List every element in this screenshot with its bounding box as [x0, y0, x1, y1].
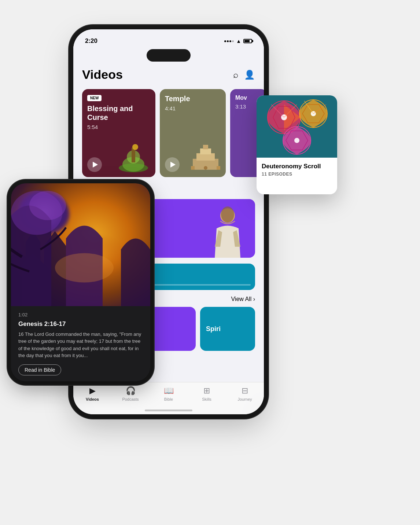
battery-icon	[243, 39, 252, 43]
svg-point-13	[221, 206, 234, 223]
skills-tab-icon: ⊞	[203, 386, 210, 396]
verse-reference: Genesis 2:16-17	[18, 320, 143, 328]
card1-artwork	[115, 137, 152, 173]
deuteronomy-artwork	[260, 97, 334, 156]
character-figure	[211, 206, 244, 258]
svg-point-11	[204, 166, 207, 170]
bible-tab-label: Bible	[164, 397, 173, 401]
video-duration-1: 5:54	[87, 124, 150, 130]
journey-tab-label: Journey	[237, 397, 252, 401]
video-duration-2: 4:41	[165, 105, 221, 111]
podcasts-tab-icon: 🎧	[126, 386, 136, 396]
verse-text: 16 The Lord God commanded the man, sayin…	[18, 331, 143, 359]
wifi-icon: ▲	[236, 38, 241, 44]
page-title: Videos	[82, 67, 123, 82]
spiri-card[interactable]: Spiri	[200, 307, 255, 351]
svg-rect-10	[217, 166, 220, 170]
new-badge: NEW	[87, 95, 102, 101]
floating-card-info: Deuteronomy Scroll 11 EPISODES	[257, 158, 337, 182]
verse-panel: 1:02 Genesis 2:16-17 16 The Lord God com…	[11, 306, 150, 381]
deuteronomy-card[interactable]: Deuteronomy Scroll 11 EPISODES	[257, 95, 337, 194]
svg-rect-9	[191, 166, 195, 170]
header-icons: ⌕ 👤	[233, 70, 255, 80]
view-all-link[interactable]: View All ›	[231, 296, 255, 302]
status-time: 2:20	[85, 37, 97, 45]
deuteronomy-image	[257, 95, 337, 158]
svg-point-17	[29, 191, 66, 220]
svg-rect-3	[132, 148, 135, 162]
videos-tab-icon: ▶	[89, 386, 96, 396]
home-indicator	[145, 410, 192, 411]
play-button-2[interactable]	[165, 157, 180, 172]
video-title-2: Temple	[165, 94, 221, 103]
skills-tab-label: Skills	[202, 397, 211, 401]
bible-tab-icon: 📖	[164, 386, 174, 396]
phone-secondary: 1:02 Genesis 2:16-17 16 The Lord God com…	[11, 183, 150, 381]
app-header: Videos ⌕ 👤	[73, 62, 264, 85]
forest-background	[11, 183, 150, 312]
floating-card-title: Deuteronomy Scroll	[262, 163, 332, 170]
svg-point-15	[55, 253, 114, 283]
play-button-1[interactable]	[87, 157, 102, 172]
videos-tab-label: Videos	[86, 397, 99, 401]
dynamic-island	[147, 49, 191, 62]
tab-videos[interactable]: ▶ Videos	[73, 386, 111, 401]
tab-journey[interactable]: ⊟ Journey	[226, 386, 264, 401]
card2-artwork	[189, 140, 222, 173]
verse-time: 1:02	[18, 312, 143, 317]
video-title-1: Blessing and Curse	[87, 104, 150, 122]
svg-rect-8	[203, 145, 208, 149]
signal-icon	[224, 40, 234, 42]
tab-bible[interactable]: 📖 Bible	[150, 386, 188, 401]
search-icon[interactable]: ⌕	[233, 70, 238, 80]
status-icons: ▲	[224, 38, 252, 44]
profile-icon[interactable]: 👤	[244, 70, 255, 80]
svg-point-4	[132, 144, 138, 150]
svg-rect-7	[200, 148, 211, 154]
tab-skills[interactable]: ⊞ Skills	[188, 386, 226, 401]
video-card-blessing[interactable]: NEW Blessing and Curse 5:54	[82, 89, 155, 177]
podcasts-tab-label: Podcasts	[122, 397, 139, 401]
floating-card-episodes: 11 EPISODES	[262, 172, 332, 177]
tab-podcasts[interactable]: 🎧 Podcasts	[111, 386, 150, 401]
status-bar: 2:20 ▲	[73, 29, 264, 48]
spiri-label: Spiri	[206, 325, 221, 333]
read-in-bible-button[interactable]: Read in Bible	[18, 364, 61, 375]
video-card-temple[interactable]: Temple 4:41	[160, 89, 226, 177]
video-cards-row: NEW Blessing and Curse 5:54	[73, 85, 264, 181]
journey-tab-icon: ⊟	[242, 386, 248, 396]
svg-point-24	[294, 138, 299, 143]
forest-svg	[11, 183, 150, 312]
